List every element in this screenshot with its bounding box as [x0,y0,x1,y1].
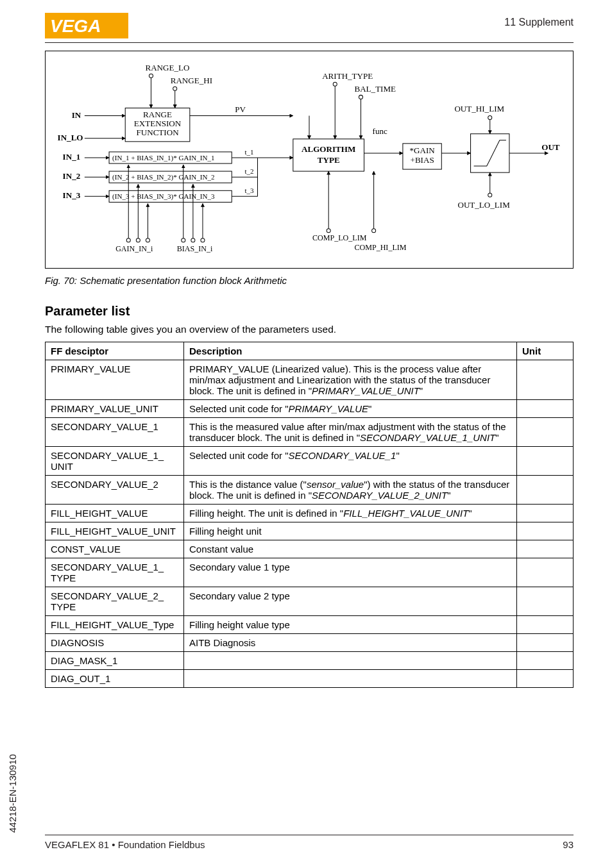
svg-text:COMP_HI_LIM: COMP_HI_LIM [354,243,406,252]
table-row: FILL_HEIGHT_VALUE_TypeFilling height val… [46,616,574,634]
cell-ff: SECONDARY_VALUE_1_TYPE [46,558,184,587]
svg-text:BIAS_IN_i: BIAS_IN_i [177,244,213,253]
svg-point-48 [201,238,205,242]
table-row: DIAGNOSISAITB Diagnosis [46,634,574,652]
cell-unit [517,476,574,505]
svg-text:RANGE_HI: RANGE_HI [171,76,212,85]
svg-point-17 [173,87,177,90]
svg-point-38 [126,238,130,242]
cell-desc: PRIMARY_VALUE (Linearized value). This i… [184,360,517,400]
cell-desc: Selected unit code for "PRIMARY_VALUE" [184,400,517,418]
cell-unit [517,558,574,587]
cell-ff: SECONDARY_VALUE_1_UNIT [46,447,184,476]
vega-logo: VEGA [45,13,128,38]
svg-text:COMP_LO_LIM: COMP_LO_LIM [312,233,367,242]
svg-point-81 [488,193,492,197]
svg-rect-74 [471,134,509,172]
table-row: DIAG_MASK_1 [46,652,574,670]
svg-text:RANGE: RANGE [143,110,172,119]
svg-point-66 [372,229,376,233]
cell-unit [517,360,574,400]
cell-ff: CONST_VALUE [46,540,184,558]
cell-desc: This is the distance value ("sensor_valu… [184,476,517,505]
svg-text:(IN_2 + BIAS_IN_2)* GAIN_IN_2: (IN_2 + BIAS_IN_2)* GAIN_IN_2 [112,173,214,181]
svg-text:IN: IN [72,110,81,120]
cell-unit [517,634,574,652]
cell-desc: This is the measured value after min/max… [184,418,517,447]
cell-unit [517,652,574,670]
cell-unit [517,447,574,476]
cell-unit [517,616,574,634]
table-row: CONST_VALUEConstant value [46,540,574,558]
table-row: SECONDARY_VALUE_1_TYPESecondary value 1 … [46,558,574,587]
cell-desc: Constant value [184,540,517,558]
svg-text:IN_3: IN_3 [63,190,81,200]
arithmetic-block-diagram: IN IN_LO IN_1 IN_2 IN_3 RANGE EXTENSION … [51,56,568,263]
col-desc-header: Description [184,342,517,360]
table-row: SECONDARY_VALUE_1This is the measured va… [46,418,574,447]
table-row: SECONDARY_VALUE_2This is the distance va… [46,476,574,505]
table-row: SECONDARY_VALUE_1_UNITSelected unit code… [46,447,574,476]
col-unit-header: Unit [517,342,574,360]
cell-unit [517,505,574,522]
svg-text:EXTENSION: EXTENSION [134,119,182,128]
cell-ff: SECONDARY_VALUE_2_TYPE [46,587,184,616]
parameter-table: FF desciptor Description Unit PRIMARY_VA… [45,342,574,688]
svg-text:RANGE_LO: RANGE_LO [145,63,189,72]
svg-text:(IN_3 + BIAS_IN_3)* GAIN_IN_3: (IN_3 + BIAS_IN_3)* GAIN_IN_3 [112,192,215,201]
svg-text:TYPE: TYPE [318,155,340,165]
cell-ff: SECONDARY_VALUE_1 [46,418,184,447]
figure-caption: Fig. 70: Schematic presentation function… [45,275,574,286]
svg-text:ALGORITHM: ALGORITHM [302,144,355,154]
svg-text:VEGA: VEGA [50,16,101,36]
section-heading: Parameter list [45,304,574,319]
svg-point-40 [136,238,140,242]
cell-desc: Filling height. The unit is defined in "… [184,505,517,522]
cell-unit [517,418,574,447]
cell-desc: Selected unit code for "SECONDARY_VALUE_… [184,447,517,476]
svg-point-64 [327,229,330,233]
diagram-container: IN IN_LO IN_1 IN_2 IN_3 RANGE EXTENSION … [45,51,574,269]
cell-desc: Secondary value 2 type [184,587,517,616]
svg-text:ARITH_TYPE: ARITH_TYPE [322,71,373,81]
cell-unit [517,522,574,540]
cell-desc [184,652,517,670]
svg-text:IN_2: IN_2 [63,171,81,181]
table-row: FILL_HEIGHT_VALUEFilling height. The uni… [46,505,574,522]
table-row: DIAG_OUT_1 [46,670,574,688]
svg-point-58 [333,82,337,86]
cell-ff: DIAGNOSIS [46,634,184,652]
cell-unit [517,540,574,558]
svg-point-42 [146,238,149,242]
svg-text:(IN_1 + BIAS_IN_1)* GAIN_IN_1: (IN_1 + BIAS_IN_1)* GAIN_IN_1 [112,154,214,162]
cell-ff: PRIMARY_VALUE_UNIT [46,400,184,418]
svg-point-44 [182,238,185,242]
svg-point-61 [359,95,362,99]
svg-text:PV: PV [235,104,246,114]
svg-text:OUT_HI_LIM: OUT_HI_LIM [454,104,504,113]
cell-ff: SECONDARY_VALUE_2 [46,476,184,505]
col-ff-header: FF desciptor [46,342,184,360]
svg-text:t_3: t_3 [244,187,254,194]
svg-text:t_1: t_1 [244,148,253,156]
cell-ff: FILL_HEIGHT_VALUE_Type [46,616,184,634]
svg-text:OUT: OUT [541,142,560,152]
svg-text:t_2: t_2 [244,167,253,175]
svg-text:GAIN_IN_i: GAIN_IN_i [115,244,153,253]
svg-text:+BIAS: +BIAS [411,155,434,165]
table-header-row: FF desciptor Description Unit [46,342,574,360]
svg-text:BAL_TIME: BAL_TIME [354,84,396,94]
svg-text:*GAIN: *GAIN [409,146,435,155]
table-row: FILL_HEIGHT_VALUE_UNITFilling height uni… [46,522,574,540]
cell-unit [517,400,574,418]
cell-ff: PRIMARY_VALUE [46,360,184,400]
header-chapter: 11 Supplement [504,13,574,28]
svg-point-79 [488,116,492,120]
cell-desc: AITB Diagnosis [184,634,517,652]
svg-text:IN_1: IN_1 [63,152,81,162]
footer-left: VEGAFLEX 81 • Foundation Fieldbus [45,839,205,850]
cell-ff: DIAG_MASK_1 [46,652,184,670]
table-row: PRIMARY_VALUE_UNITSelected unit code for… [46,400,574,418]
svg-point-46 [191,238,195,242]
section-intro: The following table gives you an overvie… [45,324,574,335]
